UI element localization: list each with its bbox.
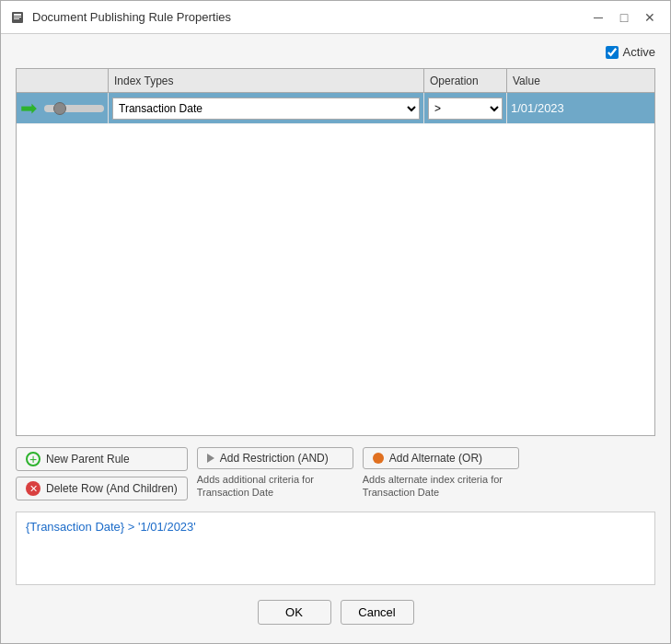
add-restriction-play-icon xyxy=(207,454,214,463)
row-slider-track xyxy=(44,105,104,112)
table-row[interactable]: ➡ Transaction Date Document Date Amount xyxy=(17,93,654,124)
row-slider-thumb xyxy=(53,102,66,115)
new-parent-rule-label: New Parent Rule xyxy=(46,453,130,466)
grid-body: ➡ Transaction Date Document Date Amount xyxy=(17,93,654,435)
svg-rect-2 xyxy=(14,17,21,17)
title-bar-left: Document Publishing Rule Properties xyxy=(10,10,231,25)
add-restriction-desc: Adds additional criteria for Transaction… xyxy=(197,473,353,500)
row-value-text: 1/01/2023 xyxy=(511,101,564,115)
right-top-buttons: Add Restriction (AND) Adds additional cr… xyxy=(197,447,655,500)
delete-row-x-icon: ✕ xyxy=(26,481,40,496)
add-restriction-group: Add Restriction (AND) Adds additional cr… xyxy=(197,447,353,500)
operation-select[interactable]: > < >= <= = != xyxy=(428,98,503,120)
add-alternate-button[interactable]: Add Alternate (OR) xyxy=(363,447,519,469)
title-bar: Document Publishing Rule Properties ─ □ … xyxy=(1,1,670,34)
row-operation-cell[interactable]: > < >= <= = != xyxy=(424,93,507,123)
window-icon xyxy=(10,10,25,25)
window-title: Document Publishing Rule Properties xyxy=(32,10,231,24)
ok-button[interactable]: OK xyxy=(258,600,331,625)
cancel-button[interactable]: Cancel xyxy=(341,600,414,625)
header-index-types: Index Types xyxy=(109,69,424,92)
minimize-button[interactable]: ─ xyxy=(587,7,609,28)
row-value-cell: 1/01/2023 xyxy=(507,93,654,123)
delete-row-label: Delete Row (And Children) xyxy=(46,482,178,495)
header-operation: Operation xyxy=(424,69,507,92)
add-alternate-dot-icon xyxy=(373,453,384,464)
button-row: + New Parent Rule ✕ Delete Row (And Chil… xyxy=(16,443,655,504)
row-arrow-icon: ➡ xyxy=(20,98,37,119)
svg-rect-3 xyxy=(14,18,19,19)
add-alternate-group: Add Alternate (OR) Adds alternate index … xyxy=(363,447,519,500)
left-buttons: + New Parent Rule ✕ Delete Row (And Chil… xyxy=(16,447,188,500)
main-window: Document Publishing Rule Properties ─ □ … xyxy=(0,0,671,644)
svg-rect-1 xyxy=(14,14,21,16)
expression-area: {Transaction Date} > '1/01/2023' xyxy=(16,512,655,585)
header-value: Value xyxy=(507,69,654,92)
delete-row-button[interactable]: ✕ Delete Row (And Children) xyxy=(16,477,188,500)
row-index-cell[interactable]: Transaction Date Document Date Amount xyxy=(109,93,424,123)
add-restriction-label: Add Restriction (AND) xyxy=(220,452,329,465)
grid-header: Index Types Operation Value xyxy=(17,69,654,93)
header-indent xyxy=(17,69,109,92)
right-area: Add Restriction (AND) Adds additional cr… xyxy=(197,447,655,500)
top-row: Active xyxy=(16,43,655,61)
active-checkbox-container: Active xyxy=(606,45,655,59)
new-parent-rule-button[interactable]: + New Parent Rule xyxy=(16,447,188,471)
rules-grid: Index Types Operation Value ➡ Transactio… xyxy=(16,68,655,436)
row-indent-cell: ➡ xyxy=(17,93,109,123)
active-checkbox[interactable] xyxy=(606,46,619,59)
title-bar-controls: ─ □ ✕ xyxy=(587,7,661,28)
footer-row: OK Cancel xyxy=(16,592,655,634)
add-alternate-label: Add Alternate (OR) xyxy=(389,452,482,465)
new-parent-plus-icon: + xyxy=(26,452,40,466)
maximize-button[interactable]: □ xyxy=(613,7,635,28)
window-body: Active Index Types Operation Value ➡ xyxy=(1,34,670,643)
add-alternate-desc: Adds alternate index criteria for Transa… xyxy=(363,473,519,500)
expression-text: {Transaction Date} > '1/01/2023' xyxy=(26,520,196,534)
add-restriction-button[interactable]: Add Restriction (AND) xyxy=(197,447,353,469)
index-type-select[interactable]: Transaction Date Document Date Amount xyxy=(112,98,420,120)
active-label: Active xyxy=(623,45,655,59)
close-button[interactable]: ✕ xyxy=(639,7,661,28)
